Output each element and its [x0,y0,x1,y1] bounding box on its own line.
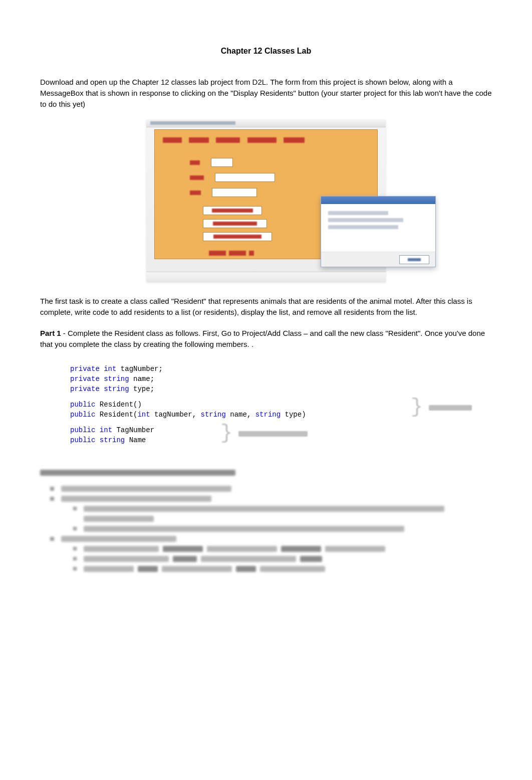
part1-text: - Complete the Resident class as follows… [40,329,485,348]
bullet-icon [50,537,54,541]
form-heading [163,135,369,144]
list-item [73,506,492,522]
kw-public: public [70,436,95,444]
prop-name: Name [125,436,146,444]
annotation-readwrite: } [220,429,308,439]
app-window [146,119,386,282]
page-title: Chapter 12 Classes Lab [40,45,492,57]
input-tag[interactable] [211,158,233,167]
blurred-heading [40,470,235,476]
list-item [73,566,492,572]
list-item [50,496,492,502]
message-box [321,196,436,267]
bullet-icon [73,527,77,530]
field-row-tag [190,158,233,167]
param-name: name, [226,411,255,419]
intro-paragraph: Download and open up the Chapter 12 clas… [40,77,492,109]
button-row-1 [203,206,262,215]
kw-string: string [200,411,225,419]
part1-label: Part 1 [40,329,61,337]
label-tag [190,160,200,165]
kw-public: public [70,426,95,434]
list-item [73,546,492,552]
kw-int: int [137,411,150,419]
bullet-icon [73,557,77,560]
part1-paragraph: Part 1 - Complete the Resident class as … [40,328,492,350]
kw-public: public [70,411,95,419]
input-type[interactable] [212,188,257,197]
screenshot-figure [40,119,492,282]
kw-private: private [70,375,100,383]
label-name [190,175,204,180]
bullet-icon [50,487,54,491]
ctor-default: Resident() [95,401,141,409]
kw-public: public [70,401,95,409]
ident-name: name; [129,375,154,383]
brace-icon: } [411,403,423,413]
bullet-icon [50,497,54,501]
button-row-3 [203,232,272,241]
annotation-readwrite-label [238,431,308,437]
param-tagnumber: tagNumber, [150,411,201,419]
bullet-icon [73,567,77,570]
annotation-constructors: } [411,403,472,413]
list-item [50,486,492,492]
task-paragraph: The first task is to create a class call… [40,296,492,318]
add-resident-button[interactable] [203,206,262,215]
kw-string: string [100,385,129,393]
message-box-footer [321,252,435,267]
list-item [50,536,492,542]
kw-int: int [100,365,117,373]
kw-private: private [70,365,100,373]
app-titlebar [146,119,386,127]
ctor-param-open: Resident( [95,411,137,419]
kw-string: string [255,411,281,419]
blurred-list [50,486,492,572]
message-box-titlebar [321,197,435,204]
list-item [73,556,492,562]
input-name[interactable] [215,173,275,182]
kw-int: int [95,426,112,434]
bullet-icon [73,507,77,510]
field-row-type [190,188,257,197]
annotation-constructors-label [429,405,472,411]
message-box-body [321,204,435,237]
bullet-icon [73,547,77,550]
list-item [73,526,492,532]
bottom-label [209,251,254,256]
label-type [190,190,201,195]
code-snippet: private int tagNumber; private string na… [70,364,492,445]
display-residents-button[interactable] [203,219,267,228]
field-row-name [190,173,275,182]
ok-button[interactable] [399,255,429,264]
prop-tagnumber: TagNumber [112,426,154,434]
kw-string: string [100,375,129,383]
button-row-2 [203,219,267,228]
blurred-instructions [40,470,492,572]
kw-string: string [95,436,125,444]
kw-private: private [70,385,100,393]
status-bar [146,272,386,282]
ident-type: type; [129,385,154,393]
brace-icon: } [220,429,232,439]
param-type: type) [281,411,306,419]
ident-tagnumber: tagNumber; [116,365,162,373]
remove-residents-button[interactable] [203,232,272,241]
